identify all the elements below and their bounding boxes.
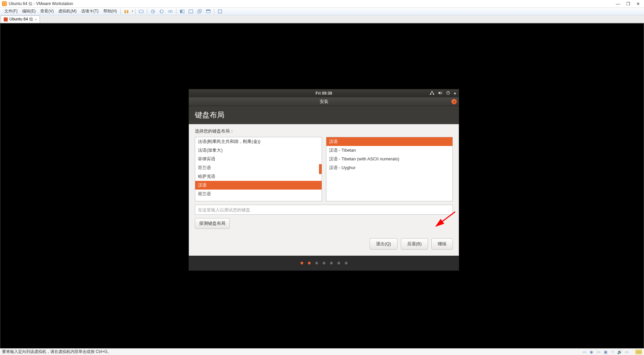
list-item[interactable]: 法语(加拿大) (195, 146, 322, 155)
page-title: 键盘布局 (195, 110, 224, 120)
continue-button[interactable]: 继续 (431, 238, 453, 250)
maximize-button[interactable]: ❐ (626, 1, 630, 6)
statusbar: 要将输入定向到该虚拟机，请在虚拟机内部单击或按 Ctrl+G。 ▭ ◉ ▭ ▣ … (0, 348, 644, 355)
progress-dot (301, 262, 303, 264)
printer-icon[interactable]: ▭ (624, 350, 629, 354)
statusbar-tray: ▭ ◉ ▭ ▣ ⑂ 🔊 ▭ ▭ (582, 350, 642, 354)
list-item[interactable]: 哈萨克语 (195, 172, 322, 181)
list-item[interactable]: 汉语 - Tibetan (326, 146, 453, 155)
install-progress-dots (189, 256, 459, 270)
send-ctrl-alt-del-icon[interactable] (138, 8, 144, 14)
svg-rect-6 (182, 10, 184, 13)
sound-icon[interactable]: 🔊 (617, 350, 622, 354)
list-item[interactable]: 汉语 - Uyghur (326, 163, 453, 172)
snapshot-manager-icon[interactable] (167, 8, 173, 14)
back-button[interactable]: 后退(B) (401, 238, 428, 250)
ubuntu-installer-window: Fri 09:38 ▾ 安装 ✕ 键盘布局 选择您的键盘布局： 法语(刚果民主共… (189, 89, 459, 270)
menu-file[interactable]: 文件(F) (2, 8, 20, 14)
language-listbox[interactable]: 法语(刚果民主共和国，刚果(金))法语(加拿大)菲律宾语芬兰语哈萨克语汉语荷兰语 (195, 137, 322, 201)
list-item[interactable]: 汉语 - Tibetan (with ASCII numerals) (326, 155, 453, 163)
volume-icon[interactable] (438, 91, 442, 96)
console-view-icon[interactable] (205, 8, 211, 14)
caret-down-icon[interactable]: ▾ (454, 91, 456, 96)
separator (214, 9, 214, 14)
network-icon[interactable] (430, 91, 434, 96)
nav-buttons: 退出(Q) 后退(B) 继续 (195, 238, 453, 250)
tab-close-icon[interactable]: × (35, 17, 37, 21)
separator (135, 9, 136, 14)
menu-tabs[interactable]: 选项卡(T) (79, 8, 101, 14)
svg-rect-11 (206, 10, 210, 11)
svg-rect-15 (433, 93, 434, 95)
svg-rect-7 (189, 10, 193, 13)
keyboard-test-input[interactable] (195, 205, 453, 215)
window-title: Ubuntu 64 位 - VMware Workstation (9, 1, 616, 7)
layout-columns: 法语(刚果民主共和国，刚果(金))法语(加拿大)菲律宾语芬兰语哈萨克语汉语荷兰语… (195, 137, 453, 201)
topbar-indicators: ▾ (430, 91, 456, 96)
clock-label: Fri 09:38 (316, 91, 332, 96)
svg-point-4 (170, 10, 172, 12)
progress-dot (308, 262, 311, 264)
net-adapter-icon[interactable]: ▣ (603, 350, 608, 354)
window-controls: — ❐ ✕ (616, 1, 640, 6)
progress-dot (337, 262, 340, 264)
list-item[interactable]: 芬兰语 (195, 163, 322, 172)
install-body: 选择您的键盘布局： 法语(刚果民主共和国，刚果(金))法语(加拿大)菲律宾语芬兰… (189, 124, 459, 256)
progress-dot (330, 262, 333, 264)
dropdown-caret-icon[interactable]: ▼ (131, 10, 134, 13)
install-header-title: 安装 (320, 99, 328, 105)
progress-dot (315, 262, 318, 264)
list-item[interactable]: 法语(刚果民主共和国，刚果(金)) (195, 137, 322, 146)
svg-point-2 (160, 10, 163, 13)
statusbar-hint: 要将输入定向到该虚拟机，请在虚拟机内部单击或按 Ctrl+G。 (2, 349, 111, 355)
minimize-button[interactable]: — (616, 1, 620, 6)
usb-icon[interactable]: ⑂ (610, 350, 615, 354)
hdd-icon[interactable]: ▭ (582, 350, 587, 354)
snapshot-icon[interactable] (150, 8, 156, 14)
progress-dot (345, 262, 347, 264)
fullscreen-icon[interactable] (188, 8, 194, 14)
svg-point-3 (168, 10, 170, 12)
tab-label: Ubuntu 64 位 (9, 16, 33, 22)
vmware-titlebar: Ubuntu 64 位 - VMware Workstation — ❐ ✕ (0, 0, 644, 8)
cd-icon[interactable]: ◉ (589, 350, 594, 354)
vm-display-area[interactable]: Fri 09:38 ▾ 安装 ✕ 键盘布局 选择您的键盘布局： 法语(刚果民主共… (0, 23, 644, 355)
vm-tab-icon (4, 17, 8, 21)
fit-guest-icon[interactable] (179, 8, 185, 14)
svg-rect-12 (218, 10, 222, 13)
power-icon[interactable] (446, 91, 450, 96)
unity-icon[interactable] (197, 8, 203, 14)
menu-view[interactable]: 查看(V) (38, 8, 56, 14)
menu-edit[interactable]: 编辑(E) (20, 8, 38, 14)
list-item[interactable]: 汉语 (195, 181, 322, 190)
choose-layout-label: 选择您的键盘布局： (195, 128, 453, 134)
close-button[interactable]: ✕ (636, 1, 640, 6)
list-item[interactable]: 汉语 (326, 137, 453, 146)
separator (147, 9, 147, 14)
svg-rect-14 (430, 93, 431, 95)
install-header: 安装 ✕ (189, 97, 459, 106)
detect-layout-button[interactable]: 探测键盘布局 (195, 218, 230, 229)
menubar: 文件(F) 编辑(E) 查看(V) 虚拟机(M) 选项卡(T) 帮助(H) ▮▮… (0, 8, 644, 15)
thumbnail-icon[interactable] (217, 8, 223, 14)
menu-vm[interactable]: 虚拟机(M) (56, 8, 79, 14)
svg-rect-0 (139, 10, 143, 13)
variant-listbox[interactable]: 汉语汉语 - Tibetan汉语 - Tibetan (with ASCII n… (326, 137, 453, 201)
progress-dot (323, 262, 325, 264)
list-item[interactable]: 荷兰语 (195, 190, 322, 198)
tabbar: Ubuntu 64 位 × (0, 15, 644, 23)
pause-icon[interactable]: ▮▮ (123, 8, 129, 14)
snapshot-revert-icon[interactable] (159, 8, 165, 14)
close-icon[interactable]: ✕ (451, 99, 457, 104)
tab-ubuntu[interactable]: Ubuntu 64 位 × (1, 15, 40, 23)
floppy-icon[interactable]: ▭ (596, 350, 601, 354)
install-title-area: 键盘布局 (189, 106, 459, 124)
quit-button[interactable]: 退出(Q) (370, 238, 397, 250)
message-icon[interactable]: ▭ (635, 350, 642, 354)
list-item[interactable]: 菲律宾语 (195, 155, 322, 163)
menu-help[interactable]: 帮助(H) (101, 8, 119, 14)
ubuntu-topbar: Fri 09:38 ▾ (189, 89, 459, 97)
scrollbar-thumb[interactable] (319, 164, 322, 174)
separator (120, 9, 121, 14)
svg-rect-5 (180, 10, 182, 13)
